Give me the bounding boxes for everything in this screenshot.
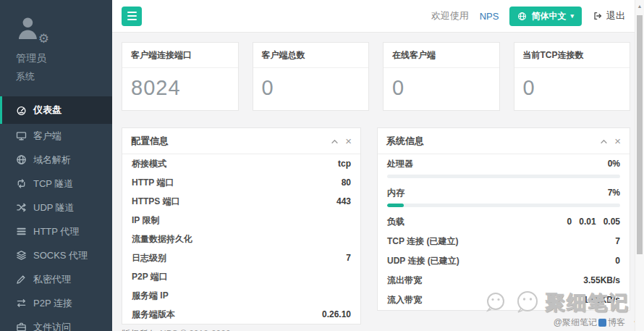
sidebar-item-label: 域名解析 [33, 154, 71, 167]
config-row: 服务端 IP [122, 286, 360, 305]
stat-card: 客户端总数 0 [253, 42, 370, 111]
close-icon[interactable]: × [614, 138, 621, 145]
sidebar-item-label: HTTP 代理 [33, 225, 79, 238]
sidebar-item[interactable]: P2P 连接 [0, 291, 112, 315]
sidebar-toggle-button[interactable] [122, 7, 142, 26]
sidebar-item[interactable]: 仪表盘 [0, 96, 112, 124]
sidebar-item[interactable]: 客户端 [0, 124, 112, 148]
sidebar-item[interactable]: HTTP 代理 [0, 219, 112, 243]
config-row: IP 限制 [122, 211, 360, 230]
copyright-footer: 版权所有NPS © 2018-2020 [122, 328, 630, 331]
logout-label: 退出 [606, 9, 625, 22]
config-row-label: 服务端 IP [132, 290, 169, 301]
system-panel-title: 系统信息 [386, 135, 424, 148]
sidebar-item-label: 私密代理 [33, 273, 71, 286]
stat-card: 当前TCP连接数 0 [514, 42, 631, 111]
system-row-label: 内存 [387, 188, 404, 198]
shuffle-icon [15, 202, 27, 213]
nps-link[interactable]: NPS [480, 11, 499, 22]
sidebar-item-label: P2P 连接 [33, 297, 72, 310]
config-row-label: IP 限制 [132, 215, 159, 225]
config-row-label: 桥接模式 [132, 159, 166, 169]
config-row: HTTPS 端口 443 [122, 192, 360, 211]
system-row-label: TCP 连接 (已建立) [387, 236, 458, 246]
briefcase-icon [15, 322, 27, 331]
stat-card: 客户端连接端口 8024 [122, 42, 239, 111]
system-row: UDP 连接 (已建立) 0 [378, 251, 630, 271]
topbar: 欢迎使用 NPS 简体中文 ▾ [112, 0, 644, 33]
system-row-value: 0% [608, 159, 620, 169]
globe-icon [15, 154, 27, 165]
system-rows: 处理器 0% 内存 7% [378, 154, 630, 310]
system-row: 处理器 0% [378, 154, 630, 183]
system-row-label: 负载 [387, 217, 404, 227]
sidebar-item[interactable]: 域名解析 [0, 148, 112, 172]
stat-cards: 客户端连接端口 8024 客户端总数 0 在线客户端 0 当前TCP连 [122, 42, 630, 111]
profile-name: 管理员 [16, 52, 112, 65]
chevron-down-icon: ▾ [570, 12, 574, 20]
sidebar-item-label: UDP 隧道 [33, 201, 75, 214]
hamburger-icon [127, 12, 137, 13]
close-icon[interactable]: × [345, 138, 352, 145]
config-row-label: HTTPS 端口 [132, 196, 180, 206]
stat-card-title: 客户端总数 [253, 43, 369, 68]
panels: 配置信息 × 桥接模式 tcp [122, 127, 630, 324]
system-row-value: 0 0.01 0.05 [567, 217, 620, 227]
system-row: 负载 0 0.01 0.05 [378, 212, 630, 232]
system-row: 内存 7% [378, 183, 630, 212]
sidebar-item[interactable]: TCP 隧道 [0, 172, 112, 196]
system-row-value: 7 [615, 236, 620, 246]
sidebar-item[interactable]: 文件访问 [0, 315, 112, 331]
profile-role: 系统 [16, 70, 112, 83]
main-area: 欢迎使用 NPS 简体中文 ▾ [112, 0, 644, 331]
topbar-right: 欢迎使用 NPS 简体中文 ▾ [431, 7, 625, 26]
config-info-panel: 配置信息 × 桥接模式 tcp [122, 127, 361, 324]
stat-card-value: 8024 [122, 68, 238, 110]
config-row-label: P2P 端口 [132, 272, 168, 282]
app-window: ⚙ 管理员 系统 仪表盘 客户端 域名解析 [0, 0, 644, 331]
panel-tools: × [331, 138, 352, 146]
scroll-up-icon[interactable]: ▲ [635, 0, 644, 9]
user-profile: ⚙ 管理员 系统 [0, 0, 112, 86]
config-row: 流量数据持久化 [122, 230, 360, 248]
sidebar-item[interactable]: 私密代理 [0, 267, 112, 291]
config-rows: 桥接模式 tcp HTTP 端口 80 HTTPS 端口 443 [122, 154, 360, 324]
dashboard-content: 客户端连接端口 8024 客户端总数 0 在线客户端 0 当前TCP连 [112, 33, 644, 331]
sidebar-item-label: 仪表盘 [33, 104, 62, 117]
sign-out-icon [593, 11, 603, 21]
system-row-label: 流入带宽 [387, 295, 422, 305]
config-row-label: 服务端版本 [132, 309, 175, 319]
globe-icon [517, 12, 527, 21]
config-row: 日志级别 7 [122, 248, 360, 267]
sidebar-item-label: 文件访问 [33, 321, 71, 331]
system-row-value: 7% [608, 188, 620, 198]
config-row-label: 流量数据持久化 [132, 234, 192, 244]
logout-button[interactable]: 退出 [593, 9, 625, 22]
system-row: 流出带宽 3.55KB/s [378, 271, 630, 290]
config-panel-title: 配置信息 [131, 135, 169, 148]
scrollbar-thumb[interactable] [637, 15, 643, 254]
vertical-scrollbar[interactable]: ▲ [635, 0, 644, 331]
progress-bar [387, 175, 620, 178]
config-row: HTTP 端口 80 [122, 173, 360, 192]
system-row-value: 0 [615, 256, 620, 266]
collapse-icon[interactable] [331, 138, 339, 146]
stat-card-value: 0 [253, 68, 369, 110]
gear-icon: ⚙ [38, 31, 49, 46]
language-dropdown-button[interactable]: 简体中文 ▾ [509, 7, 582, 26]
sidebar-item[interactable]: UDP 隧道 [0, 196, 112, 219]
desktop-icon [15, 130, 27, 141]
config-row-value: 7 [346, 253, 351, 263]
system-row-label: 流出带宽 [387, 275, 422, 285]
progress-bar [387, 204, 620, 207]
config-row: P2P 端口 [122, 267, 360, 286]
sidebar-item-label: SOCKS 代理 [33, 249, 88, 262]
language-label: 简体中文 [531, 10, 566, 22]
stat-card-value: 0 [384, 68, 499, 110]
panel-tools: × [600, 138, 621, 146]
config-row: 服务端版本 0.26.10 [122, 305, 360, 324]
sidebar-item[interactable]: SOCKS 代理 [0, 243, 112, 267]
collapse-icon[interactable] [600, 138, 608, 146]
system-row-value: 3.55KB/s [583, 275, 620, 285]
config-panel-header: 配置信息 × [122, 128, 360, 154]
